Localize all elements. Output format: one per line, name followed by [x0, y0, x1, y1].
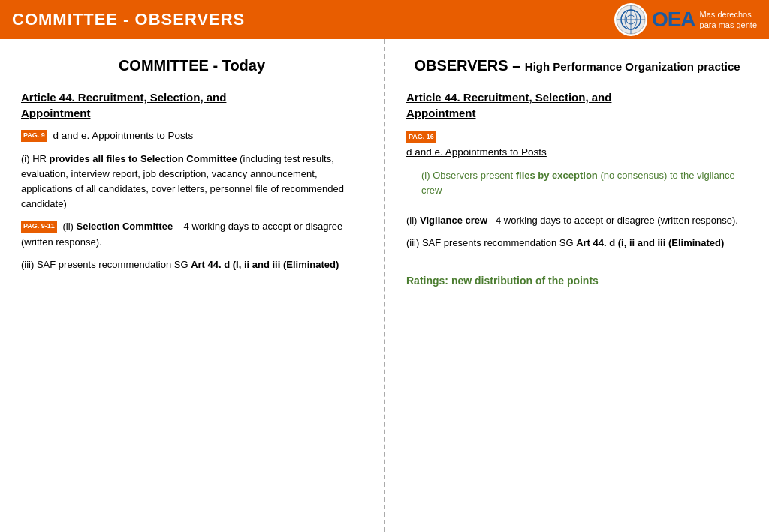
- main-content: COMMITTEE - Today Article 44. Recruitmen…: [0, 39, 769, 532]
- pag-badge-16: PAG. 16: [406, 131, 436, 143]
- logo-oea-text: OEA: [652, 8, 695, 32]
- right-para3: (iii) SAF presents recommendation SG Art…: [406, 236, 748, 251]
- logo-slogan: Mas derechos para mas gente: [700, 9, 757, 31]
- left-para3: (iii) SAF presents recommendation SG Art…: [21, 257, 363, 272]
- header-logo: OEA Mas derechos para mas gente: [614, 3, 757, 36]
- header-title: COMMITTEE - OBSERVERS: [12, 10, 245, 29]
- pag-badge-9: PAG. 9: [21, 130, 47, 142]
- pag-badge-9-11: PAG. 9-11: [21, 221, 57, 233]
- logo-emblem: [614, 3, 647, 36]
- left-para1: (i) HR provides all files to Selection C…: [21, 152, 363, 212]
- right-article-title: Article 44. Recruitment, Selection, and …: [406, 89, 748, 121]
- left-article-title: Article 44. Recruitment, Selection, and …: [21, 89, 363, 121]
- right-section-sub: PAG. 16 d and e. Appointments to Posts: [406, 128, 748, 161]
- ratings-line: Ratings: new distribution of the points: [406, 273, 748, 290]
- right-content: PAG. 16 d and e. Appointments to Posts (…: [406, 128, 748, 290]
- right-panel-heading: OBSERVERS – High Performance Organizatio…: [406, 57, 748, 74]
- left-para2: PAG. 9-11 (ii) Selection Committee – 4 w…: [21, 219, 363, 249]
- right-panel: OBSERVERS – High Performance Organizatio…: [385, 39, 769, 532]
- left-panel: COMMITTEE - Today Article 44. Recruitmen…: [0, 39, 385, 532]
- right-para2: (ii) Vigilance crew– 4 working days to a…: [406, 213, 748, 228]
- right-para1: (i) Observers present files by exception…: [406, 168, 748, 198]
- left-section-sub: PAG. 9 d and e. Appointments to Posts: [21, 128, 363, 144]
- left-content: PAG. 9 d and e. Appointments to Posts (i…: [21, 128, 363, 272]
- left-panel-heading: COMMITTEE - Today: [21, 57, 363, 74]
- header: COMMITTEE - OBSERVERS OEA Mas derechos p…: [0, 0, 769, 39]
